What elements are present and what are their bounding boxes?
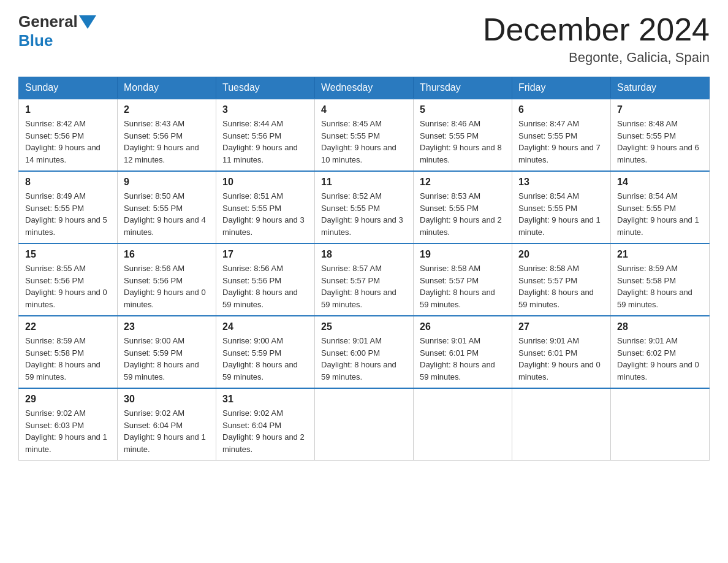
col-saturday: Saturday bbox=[611, 77, 710, 99]
title-area: December 2024 Begonte, Galicia, Spain bbox=[483, 12, 710, 66]
table-row: 7 Sunrise: 8:48 AM Sunset: 5:55 PM Dayli… bbox=[611, 99, 710, 171]
table-row: 19 Sunrise: 8:58 AM Sunset: 5:57 PM Dayl… bbox=[414, 243, 512, 316]
day-info: Sunrise: 8:59 AM Sunset: 5:58 PM Dayligh… bbox=[25, 335, 111, 383]
day-number: 7 bbox=[617, 104, 703, 115]
table-row: 23 Sunrise: 9:00 AM Sunset: 5:59 PM Dayl… bbox=[118, 316, 216, 388]
table-row: 26 Sunrise: 9:01 AM Sunset: 6:01 PM Dayl… bbox=[414, 316, 512, 388]
table-row: 27 Sunrise: 9:01 AM Sunset: 6:01 PM Dayl… bbox=[512, 316, 611, 388]
table-row: 3 Sunrise: 8:44 AM Sunset: 5:56 PM Dayli… bbox=[216, 99, 315, 171]
calendar-table: Sunday Monday Tuesday Wednesday Thursday… bbox=[18, 77, 710, 461]
table-row: 10 Sunrise: 8:51 AM Sunset: 5:55 PM Dayl… bbox=[216, 171, 315, 243]
table-row: 28 Sunrise: 9:01 AM Sunset: 6:02 PM Dayl… bbox=[611, 316, 710, 388]
day-info: Sunrise: 8:48 AM Sunset: 5:55 PM Dayligh… bbox=[617, 118, 703, 166]
table-row: 15 Sunrise: 8:55 AM Sunset: 5:56 PM Dayl… bbox=[19, 243, 118, 316]
day-info: Sunrise: 8:55 AM Sunset: 5:56 PM Dayligh… bbox=[25, 262, 111, 310]
day-number: 17 bbox=[222, 249, 308, 260]
col-thursday: Thursday bbox=[414, 77, 512, 99]
day-info: Sunrise: 9:02 AM Sunset: 6:03 PM Dayligh… bbox=[25, 407, 111, 455]
day-info: Sunrise: 9:01 AM Sunset: 6:01 PM Dayligh… bbox=[420, 335, 506, 383]
table-row bbox=[611, 388, 710, 461]
day-number: 14 bbox=[617, 177, 703, 188]
day-number: 2 bbox=[124, 104, 210, 115]
day-info: Sunrise: 8:51 AM Sunset: 5:55 PM Dayligh… bbox=[222, 190, 308, 238]
day-number: 5 bbox=[420, 104, 506, 115]
table-row: 21 Sunrise: 8:59 AM Sunset: 5:58 PM Dayl… bbox=[611, 243, 710, 316]
day-number: 13 bbox=[518, 177, 604, 188]
day-info: Sunrise: 9:01 AM Sunset: 6:01 PM Dayligh… bbox=[518, 335, 604, 383]
day-number: 21 bbox=[617, 249, 703, 260]
logo-general: General bbox=[18, 12, 78, 31]
table-row: 25 Sunrise: 9:01 AM Sunset: 6:00 PM Dayl… bbox=[315, 316, 414, 388]
day-info: Sunrise: 8:53 AM Sunset: 5:55 PM Dayligh… bbox=[420, 190, 506, 238]
col-sunday: Sunday bbox=[19, 77, 118, 99]
day-info: Sunrise: 8:49 AM Sunset: 5:55 PM Dayligh… bbox=[25, 190, 111, 238]
logo: General Blue bbox=[18, 12, 97, 50]
table-row: 20 Sunrise: 8:58 AM Sunset: 5:57 PM Dayl… bbox=[512, 243, 611, 316]
day-number: 25 bbox=[321, 321, 407, 332]
table-row bbox=[315, 388, 414, 461]
table-row: 1 Sunrise: 8:42 AM Sunset: 5:56 PM Dayli… bbox=[19, 99, 118, 171]
col-monday: Monday bbox=[118, 77, 216, 99]
day-info: Sunrise: 9:02 AM Sunset: 6:04 PM Dayligh… bbox=[222, 407, 308, 455]
day-number: 26 bbox=[420, 321, 506, 332]
day-number: 11 bbox=[321, 177, 407, 188]
table-row: 24 Sunrise: 9:00 AM Sunset: 5:59 PM Dayl… bbox=[216, 316, 315, 388]
day-info: Sunrise: 8:47 AM Sunset: 5:55 PM Dayligh… bbox=[518, 118, 604, 166]
calendar-week-row: 8 Sunrise: 8:49 AM Sunset: 5:55 PM Dayli… bbox=[19, 171, 710, 243]
table-row: 14 Sunrise: 8:54 AM Sunset: 5:55 PM Dayl… bbox=[611, 171, 710, 243]
day-info: Sunrise: 8:56 AM Sunset: 5:56 PM Dayligh… bbox=[124, 262, 210, 310]
day-info: Sunrise: 8:43 AM Sunset: 5:56 PM Dayligh… bbox=[124, 118, 210, 166]
table-row: 6 Sunrise: 8:47 AM Sunset: 5:55 PM Dayli… bbox=[512, 99, 611, 171]
day-number: 23 bbox=[124, 321, 210, 332]
day-info: Sunrise: 8:50 AM Sunset: 5:55 PM Dayligh… bbox=[124, 190, 210, 238]
table-row: 13 Sunrise: 8:54 AM Sunset: 5:55 PM Dayl… bbox=[512, 171, 611, 243]
day-number: 16 bbox=[124, 249, 210, 260]
calendar-week-row: 29 Sunrise: 9:02 AM Sunset: 6:03 PM Dayl… bbox=[19, 388, 710, 461]
day-number: 19 bbox=[420, 249, 506, 260]
day-info: Sunrise: 9:00 AM Sunset: 5:59 PM Dayligh… bbox=[124, 335, 210, 383]
day-info: Sunrise: 8:54 AM Sunset: 5:55 PM Dayligh… bbox=[518, 190, 604, 238]
day-info: Sunrise: 8:57 AM Sunset: 5:57 PM Dayligh… bbox=[321, 262, 407, 310]
logo-triangle-icon bbox=[79, 15, 96, 29]
day-number: 24 bbox=[222, 321, 308, 332]
table-row: 22 Sunrise: 8:59 AM Sunset: 5:58 PM Dayl… bbox=[19, 316, 118, 388]
day-number: 8 bbox=[25, 177, 111, 188]
table-row: 31 Sunrise: 9:02 AM Sunset: 6:04 PM Dayl… bbox=[216, 388, 315, 461]
day-info: Sunrise: 8:54 AM Sunset: 5:55 PM Dayligh… bbox=[617, 190, 703, 238]
day-info: Sunrise: 9:00 AM Sunset: 5:59 PM Dayligh… bbox=[222, 335, 308, 383]
header-row: Sunday Monday Tuesday Wednesday Thursday… bbox=[19, 77, 710, 99]
table-row: 29 Sunrise: 9:02 AM Sunset: 6:03 PM Dayl… bbox=[19, 388, 118, 461]
table-row: 17 Sunrise: 8:56 AM Sunset: 5:56 PM Dayl… bbox=[216, 243, 315, 316]
day-info: Sunrise: 8:42 AM Sunset: 5:56 PM Dayligh… bbox=[25, 118, 111, 166]
day-number: 30 bbox=[124, 394, 210, 405]
location: Begonte, Galicia, Spain bbox=[483, 50, 710, 66]
day-number: 3 bbox=[222, 104, 308, 115]
col-wednesday: Wednesday bbox=[315, 77, 414, 99]
table-row: 5 Sunrise: 8:46 AM Sunset: 5:55 PM Dayli… bbox=[414, 99, 512, 171]
day-number: 1 bbox=[25, 104, 111, 115]
day-info: Sunrise: 8:56 AM Sunset: 5:56 PM Dayligh… bbox=[222, 262, 308, 310]
day-number: 6 bbox=[518, 104, 604, 115]
day-number: 20 bbox=[518, 249, 604, 260]
day-number: 15 bbox=[25, 249, 111, 260]
table-row: 9 Sunrise: 8:50 AM Sunset: 5:55 PM Dayli… bbox=[118, 171, 216, 243]
day-info: Sunrise: 8:44 AM Sunset: 5:56 PM Dayligh… bbox=[222, 118, 308, 166]
day-number: 12 bbox=[420, 177, 506, 188]
table-row: 11 Sunrise: 8:52 AM Sunset: 5:55 PM Dayl… bbox=[315, 171, 414, 243]
day-info: Sunrise: 9:02 AM Sunset: 6:04 PM Dayligh… bbox=[124, 407, 210, 455]
table-row: 30 Sunrise: 9:02 AM Sunset: 6:04 PM Dayl… bbox=[118, 388, 216, 461]
page-header: General Blue December 2024 Begonte, Gali… bbox=[18, 12, 710, 66]
day-info: Sunrise: 8:46 AM Sunset: 5:55 PM Dayligh… bbox=[420, 118, 506, 166]
table-row bbox=[414, 388, 512, 461]
table-row: 8 Sunrise: 8:49 AM Sunset: 5:55 PM Dayli… bbox=[19, 171, 118, 243]
calendar-week-row: 1 Sunrise: 8:42 AM Sunset: 5:56 PM Dayli… bbox=[19, 99, 710, 171]
day-number: 31 bbox=[222, 394, 308, 405]
day-number: 4 bbox=[321, 104, 407, 115]
day-info: Sunrise: 8:58 AM Sunset: 5:57 PM Dayligh… bbox=[420, 262, 506, 310]
day-number: 9 bbox=[124, 177, 210, 188]
col-friday: Friday bbox=[512, 77, 611, 99]
day-number: 10 bbox=[222, 177, 308, 188]
day-number: 28 bbox=[617, 321, 703, 332]
calendar-week-row: 15 Sunrise: 8:55 AM Sunset: 5:56 PM Dayl… bbox=[19, 243, 710, 316]
table-row: 16 Sunrise: 8:56 AM Sunset: 5:56 PM Dayl… bbox=[118, 243, 216, 316]
